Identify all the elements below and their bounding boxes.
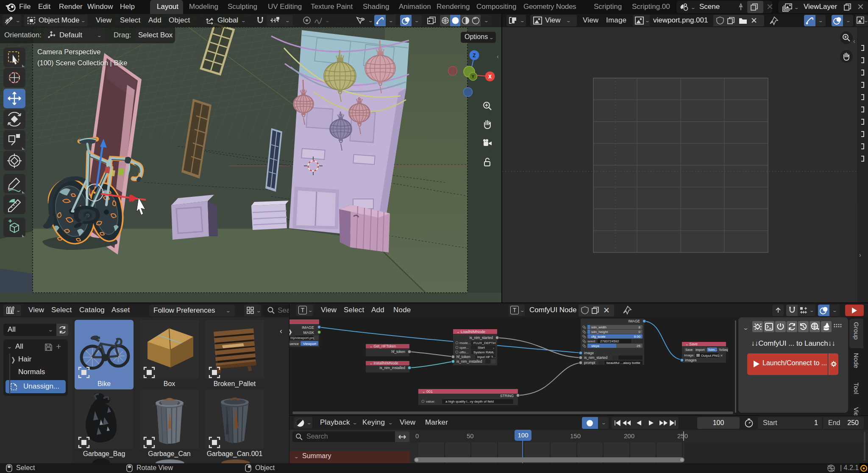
svg-text:prompt: prompt <box>584 361 595 365</box>
svg-text:⌄ Save: ⌄ Save <box>685 342 698 346</box>
svg-text:seed:: seed: <box>587 339 596 343</box>
svg-text:⌄ Get_HFToken: ⌄ Get_HFToken <box>370 344 396 348</box>
svg-text:⌄: ⌄ <box>492 350 495 354</box>
svg-text:is_nim_installed: is_nim_installed <box>456 359 482 364</box>
svg-text:X: X <box>488 74 492 80</box>
svg-text:hf_token: hf_token <box>456 355 470 359</box>
svg-text:a high quality l...vy depth of: a high quality l...vy depth of field <box>445 400 494 403</box>
svg-text:Z: Z <box>473 53 476 59</box>
svg-text:IMAGE: IMAGE <box>302 325 314 330</box>
svg-text:sdn_width: sdn_width <box>591 325 606 329</box>
svg-text:Sequence: Sequence <box>289 342 299 346</box>
svg-text:Y: Y <box>471 74 475 79</box>
svg-text:Image:: Image: <box>684 353 694 357</box>
svg-text:Save: Save <box>685 348 693 352</box>
svg-text:oper...: oper... <box>459 346 469 350</box>
svg-text:⌄ 001: ⌄ 001 <box>422 389 433 394</box>
svg-text:Output.PNG: Output.PNG <box>701 354 720 358</box>
svg-text:System RAM: System RAM <box>473 350 493 354</box>
svg-text:Start: Start <box>478 346 485 350</box>
svg-text:steps: steps <box>591 344 599 348</box>
svg-text:beautiful ...alaxy bottle: beautiful ...alaxy bottle <box>606 361 640 365</box>
svg-text:hf_token: hf_token <box>391 350 405 354</box>
svg-text:⌄ LoadNIMNode: ⌄ LoadNIMNode <box>456 330 485 334</box>
svg-text:IMAGE: IMAGE <box>629 319 640 323</box>
svg-text:⌄ InstallNIMNode: ⌄ InstallNIMNode <box>370 361 398 365</box>
svg-text:⌄: ⌄ <box>492 341 495 345</box>
svg-text:sdn_height: sdn_height <box>591 330 608 334</box>
svg-text:0: 0 <box>639 330 641 334</box>
svg-text:✕: ✕ <box>720 354 723 358</box>
svg-text:ToIm...: ToIm... <box>708 348 718 352</box>
svg-text:2783724592: 2783724592 <box>600 339 619 343</box>
svg-text:mode...: mode... <box>459 341 471 345</box>
svg-text:8: 8 <box>639 325 641 329</box>
svg-text:offlo...: offlo... <box>459 350 469 354</box>
svg-text:image: image <box>584 351 594 355</box>
svg-text:ToSeq: ToSeq <box>719 348 728 352</box>
svg-text:Import: Import <box>696 348 705 352</box>
svg-text:is_nim_installed: is_nim_installed <box>380 366 406 370</box>
svg-text:25: 25 <box>637 344 640 348</box>
svg-text:9.00: 9.00 <box>634 335 640 339</box>
svg-text:Viewport: Viewport <box>303 342 317 346</box>
svg-text:⌄: ⌄ <box>492 346 495 350</box>
svg-text:MASK: MASK <box>303 330 314 335</box>
svg-text:is_nim_started: is_nim_started <box>470 336 493 340</box>
svg-text:STRING: STRING <box>500 394 514 398</box>
svg-text:cfg_scale: cfg_scale <box>591 335 606 339</box>
svg-text:is_nim_started: is_nim_started <box>584 355 608 360</box>
svg-text:images: images <box>685 358 696 362</box>
svg-text:Input HF T...: Input HF T... <box>477 355 495 359</box>
svg-text:value:: value: <box>426 400 435 403</box>
